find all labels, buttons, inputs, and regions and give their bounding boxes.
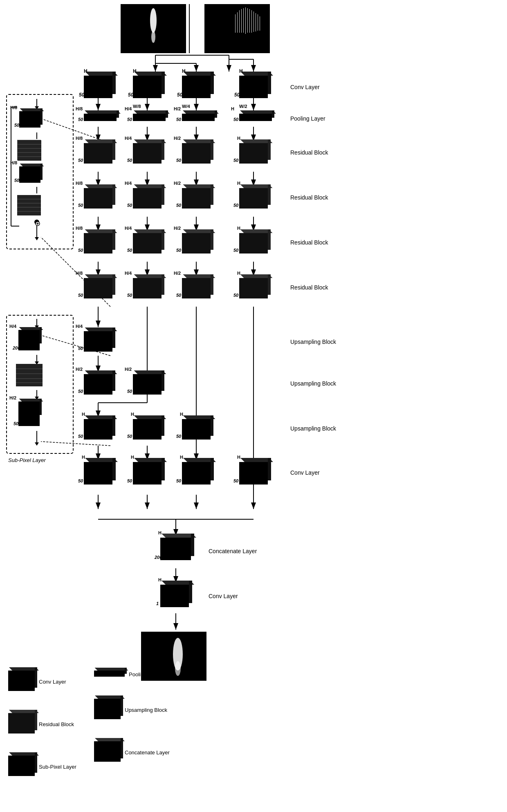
ch-label: 50	[176, 434, 181, 439]
inset-conv2: H/8 50	[19, 166, 40, 184]
ch-label: 50	[176, 203, 181, 208]
res-block-col2-row4: H/4 50	[133, 233, 162, 255]
svg-rect-62	[239, 10, 240, 33]
dim-label: H/4	[76, 324, 83, 329]
res-block-col1-row4: H/8 50	[84, 233, 112, 255]
layer-label-pool: Pooling Layer	[290, 115, 325, 122]
pool-block-col3: W/4 H/2 50	[182, 114, 215, 123]
ch-label: 50	[233, 203, 238, 208]
skip-connection	[7, 106, 19, 227]
dim-label: H	[237, 181, 240, 186]
conv-block-col3-final: H 50	[182, 462, 211, 486]
svg-point-51	[151, 31, 155, 43]
layer-label-concat: Concatenate Layer	[209, 548, 257, 554]
up-block-col3-row8: H 50	[182, 419, 211, 441]
res-block-col1-row5: H/8 50	[84, 278, 112, 300]
ch-label: 50	[78, 203, 83, 208]
svg-rect-59	[258, 14, 258, 31]
ch-label: 50	[127, 248, 132, 253]
inset-add-circle	[34, 220, 39, 224]
ch-label: 1	[156, 601, 159, 606]
wdim-label: W/4	[182, 104, 190, 109]
inset-sp-block2: H/2 50	[18, 402, 40, 428]
legend-pool: Pooling Layer	[94, 671, 170, 678]
ch-label: 50	[176, 117, 181, 122]
ch-label: 50	[78, 117, 83, 122]
legend-concat-label: Concatenate Layer	[125, 749, 170, 756]
ch: 200	[13, 345, 20, 350]
conv-block-col1-final: H 50	[84, 462, 112, 486]
svg-rect-61	[241, 9, 242, 33]
layer-label-res3: Residual Block	[290, 239, 328, 246]
wdim-label: W/2	[239, 104, 247, 109]
ch-label: 50	[127, 389, 132, 394]
svg-rect-54	[247, 8, 248, 33]
dim-label: H/8	[76, 136, 83, 141]
dim-label: H/4	[125, 226, 132, 231]
ch-label: 50	[234, 92, 240, 98]
inset-arrow-mid2	[36, 187, 37, 193]
legend-subpixel-icon	[8, 756, 35, 778]
svg-point-67	[175, 661, 181, 676]
svg-rect-64	[235, 14, 236, 33]
inset-sp-texture	[16, 364, 43, 386]
legend-up-label: Upsampling Block	[125, 707, 167, 713]
layer-label-conv-out: Conv Layer	[209, 593, 238, 599]
ch-label: 50	[233, 293, 238, 298]
layer-label-up2: Upsampling Block	[290, 380, 336, 387]
dim-label: H/8	[76, 226, 83, 231]
res-block-col4-row2: H 50	[239, 143, 268, 165]
input-separator	[189, 4, 190, 53]
inset-arrowhead-out	[35, 237, 39, 240]
up-block-col2-row7: H/2 50	[133, 374, 162, 396]
ch-label: 50	[176, 478, 181, 483]
conv-block-output: H 1	[160, 585, 189, 609]
inset-texture-block	[17, 140, 41, 160]
ch-label: 50	[78, 293, 83, 298]
conv-block-col3-row0: H 50	[182, 76, 211, 100]
ch-label: 50	[78, 248, 83, 253]
res-block-col2-row3: H/4 50	[133, 188, 162, 210]
legend-conv: Conv Layer	[8, 671, 76, 693]
conv-block-col2-final: H 50	[133, 462, 162, 486]
pool-block-col2: W/8 H/4 50	[133, 114, 166, 123]
layer-label-conv0: Conv Layer	[290, 84, 320, 90]
legend-column-1: Conv Layer Residual Block Sub-Pixel Laye…	[8, 671, 76, 778]
dim-label: H	[180, 455, 183, 460]
dim-label: H/2	[174, 181, 181, 186]
ch-label: 50	[127, 293, 132, 298]
dim: H/4	[9, 324, 16, 329]
subpixel-block-detail-box: H/4 200 H/2 50	[6, 315, 74, 454]
legend-subpixel: Sub-Pixel Layer	[8, 756, 76, 778]
up-block-col1-row7: H/2 50	[84, 374, 112, 396]
ch-label: 50	[233, 158, 238, 163]
legend-subpixel-label: Sub-Pixel Layer	[39, 764, 76, 770]
layer-label-res1: Residual Block	[290, 149, 328, 156]
dim-label: H/4	[125, 181, 132, 186]
legend-column-2: Pooling Layer Upsampling Block Concatena…	[94, 671, 170, 763]
dim-label: H/2	[174, 106, 181, 111]
res-block-col4-row5: H 50	[239, 278, 268, 300]
svg-rect-52	[243, 8, 244, 33]
dim-label: H	[131, 412, 134, 417]
svg-rect-56	[251, 10, 252, 33]
res-block-col3-row4: H/2 50	[182, 233, 211, 255]
inset-conv1: H/8 50	[19, 111, 40, 129]
svg-rect-57	[254, 11, 254, 32]
ch-label: 50	[78, 389, 83, 394]
svg-point-50	[150, 8, 157, 33]
legend-pool-icon	[94, 671, 125, 678]
input-lidar-image	[204, 4, 270, 55]
inset-sp-block1: H/4 200	[18, 330, 40, 352]
legend-conv-icon	[8, 671, 35, 693]
legend-up-icon	[94, 699, 121, 721]
inset-arrow-mid1	[36, 132, 37, 139]
legend-res-label: Residual Block	[39, 721, 74, 727]
ch-label: 50	[233, 478, 238, 483]
dim-label: H/8	[76, 181, 83, 186]
inset-arrow-out	[36, 226, 37, 238]
pool-block-col4: W/2 H 50	[239, 114, 272, 123]
ch-label: 200	[155, 555, 162, 560]
dim-label: H	[82, 455, 85, 460]
ch-label: 50	[127, 434, 132, 439]
